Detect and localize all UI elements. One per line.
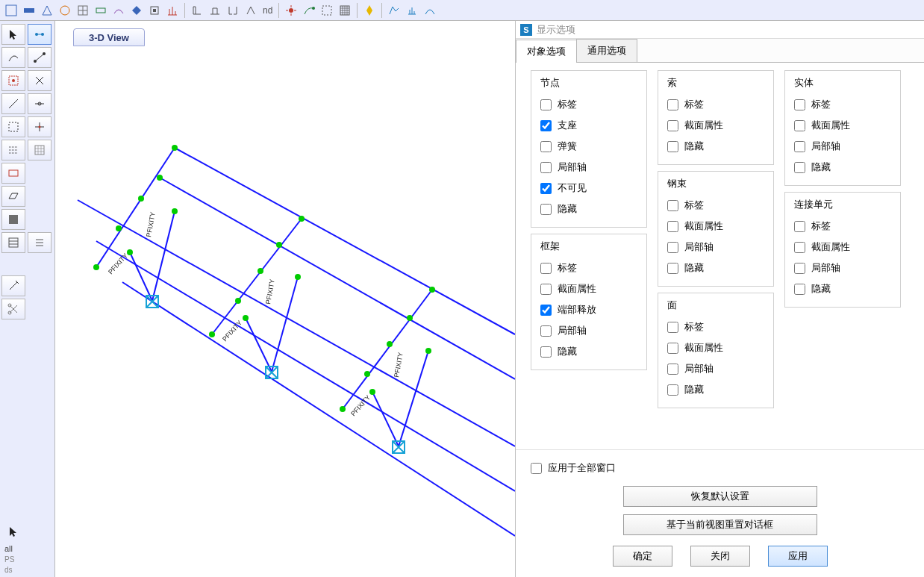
tool-icon[interactable] <box>110 2 127 19</box>
tool-icon[interactable] <box>337 2 353 19</box>
checkbox[interactable] <box>667 322 678 333</box>
option-不可见[interactable]: 不可见 <box>540 178 634 199</box>
option-隐藏[interactable]: 隐藏 <box>540 341 634 362</box>
checkbox[interactable] <box>794 242 805 253</box>
checkbox[interactable] <box>540 204 552 215</box>
checkbox[interactable] <box>667 263 678 274</box>
option-弹簧[interactable]: 弹簧 <box>540 136 634 157</box>
ok-button[interactable]: 确定 <box>613 546 672 567</box>
checkbox[interactable] <box>540 325 552 337</box>
checkbox[interactable] <box>794 141 805 152</box>
option-隐藏[interactable]: 隐藏 <box>667 379 761 400</box>
option-标签[interactable]: 标签 <box>794 216 888 237</box>
checkbox[interactable] <box>794 263 805 274</box>
tool-icon[interactable] <box>39 2 55 19</box>
checkbox[interactable] <box>667 200 678 211</box>
checkbox[interactable] <box>540 346 552 358</box>
restore-defaults-button[interactable]: 恢复默认设置 <box>623 486 817 507</box>
tool-icon[interactable] <box>361 2 378 19</box>
model-canvas[interactable]: 3-D View <box>55 21 515 577</box>
checkbox[interactable] <box>794 99 805 110</box>
window-tool[interactable] <box>1 116 25 137</box>
apply-all-windows[interactable]: 应用于全部窗口 <box>531 458 616 478</box>
tool-icon[interactable] <box>128 2 145 19</box>
plane-tool[interactable] <box>1 186 25 207</box>
option-隐藏[interactable]: 隐藏 <box>667 258 761 278</box>
checkbox[interactable] <box>794 162 805 173</box>
tool-icon[interactable] <box>75 2 91 19</box>
tool-icon[interactable] <box>146 2 163 19</box>
tool-icon[interactable] <box>3 2 19 19</box>
point-tool[interactable] <box>1 70 25 91</box>
option-局部轴[interactable]: 局部轴 <box>667 237 761 258</box>
option-标签[interactable]: 标签 <box>794 94 888 115</box>
apply-all-checkbox[interactable] <box>531 463 542 474</box>
checkbox[interactable] <box>540 263 552 274</box>
tool-icon[interactable] <box>57 2 73 19</box>
option-隐藏[interactable]: 隐藏 <box>540 199 634 219</box>
apply-button[interactable]: 应用 <box>768 546 828 567</box>
rect-tool[interactable] <box>1 163 25 184</box>
face-tool[interactable] <box>1 209 25 230</box>
tool-icon[interactable] <box>164 2 181 19</box>
option-隐藏[interactable]: 隐藏 <box>667 136 761 157</box>
cut-tool[interactable] <box>1 299 25 319</box>
node-select-tool[interactable] <box>28 24 51 45</box>
option-标签[interactable]: 标签 <box>667 316 761 337</box>
option-标签[interactable]: 标签 <box>667 94 761 115</box>
checkbox[interactable] <box>667 141 678 152</box>
mesh-tool[interactable] <box>1 232 25 253</box>
checkbox[interactable] <box>794 120 805 131</box>
option-标签[interactable]: 标签 <box>667 195 761 216</box>
tool-icon[interactable] <box>404 2 420 19</box>
checkbox[interactable] <box>540 99 552 110</box>
option-截面属性[interactable]: 截面属性 <box>667 115 761 136</box>
curve-tool[interactable] <box>1 47 25 68</box>
checkbox[interactable] <box>540 183 552 194</box>
checkbox[interactable] <box>540 284 552 295</box>
checkbox[interactable] <box>540 120 552 131</box>
tab-general-options[interactable]: 通用选项 <box>576 39 637 62</box>
option-局部轴[interactable]: 局部轴 <box>794 136 888 157</box>
option-隐藏[interactable]: 隐藏 <box>794 157 888 178</box>
option-标签[interactable]: 标签 <box>540 258 634 278</box>
checkbox[interactable] <box>540 141 552 152</box>
tool-icon[interactable] <box>21 2 37 19</box>
checkbox[interactable] <box>667 364 678 375</box>
line-tool[interactable] <box>1 93 25 114</box>
checkbox[interactable] <box>667 120 678 131</box>
option-端部释放[interactable]: 端部释放 <box>540 299 634 320</box>
tool-icon[interactable] <box>422 2 438 19</box>
close-button[interactable]: 关闭 <box>690 546 750 567</box>
reset-from-view-button[interactable]: 基于当前视图重置对话框 <box>623 514 817 535</box>
checkbox[interactable] <box>667 242 678 253</box>
checkbox[interactable] <box>540 305 552 316</box>
tool-icon[interactable] <box>189 2 205 19</box>
intersect-tool[interactable] <box>28 116 51 137</box>
checkbox[interactable] <box>794 284 805 295</box>
tool-icon[interactable] <box>301 2 317 19</box>
pointer-tool[interactable] <box>1 24 25 45</box>
option-截面属性[interactable]: 截面属性 <box>667 216 761 237</box>
checkbox[interactable] <box>540 162 552 173</box>
option-标签[interactable]: 标签 <box>540 94 634 115</box>
tool-icon[interactable] <box>386 2 402 19</box>
tool-icon[interactable] <box>225 2 241 19</box>
option-截面属性[interactable]: 截面属性 <box>667 337 761 358</box>
option-局部轴[interactable]: 局部轴 <box>540 320 634 341</box>
midpoint-tool[interactable] <box>28 93 51 114</box>
fence-tool[interactable] <box>1 140 25 160</box>
tab-object-options[interactable]: 对象选项 <box>516 40 577 63</box>
option-局部轴[interactable]: 局部轴 <box>540 157 634 178</box>
option-隐藏[interactable]: 隐藏 <box>794 278 888 299</box>
checkbox[interactable] <box>667 99 678 110</box>
cross-tool[interactable] <box>28 70 51 91</box>
checkbox[interactable] <box>667 384 678 396</box>
checkbox[interactable] <box>667 221 678 232</box>
edit-tool[interactable] <box>1 275 25 296</box>
tool-icon[interactable] <box>207 2 223 19</box>
option-截面属性[interactable]: 截面属性 <box>794 237 888 258</box>
tool-icon[interactable] <box>93 2 109 19</box>
selection-pointer-icon[interactable] <box>1 521 25 542</box>
edge-tool[interactable] <box>28 47 51 68</box>
